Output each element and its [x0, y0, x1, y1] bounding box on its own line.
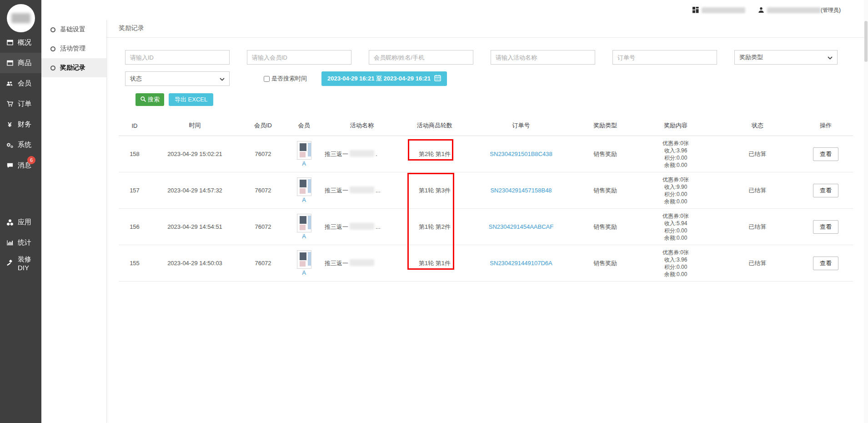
- search-time-checkbox-group: 是否搜索时间: [264, 75, 307, 83]
- member-name-input[interactable]: [369, 50, 473, 65]
- sidebar-item-orders[interactable]: 订单: [0, 94, 41, 114]
- cell-rounds: 第2轮 第1件: [403, 136, 467, 172]
- store-avatar[interactable]: [7, 4, 35, 32]
- cell-time: 2023-04-29 14:57:32: [151, 172, 239, 209]
- cell-member-id: 76072: [239, 209, 287, 245]
- id-input[interactable]: [125, 50, 230, 65]
- search-time-checkbox[interactable]: [264, 76, 270, 82]
- overview-icon: [6, 39, 14, 46]
- page-scrollbar[interactable]: [864, 0, 868, 423]
- cell-reward-content: 优惠券:0张 收入:3.96 积分:0.00 余额:0.00: [635, 136, 717, 172]
- export-excel-button[interactable]: 导出 EXCEL: [169, 93, 213, 106]
- yen-icon: ¥: [6, 121, 14, 128]
- sidebar-spacer: [0, 176, 41, 212]
- submenu-item-activity-management[interactable]: 活动管理: [41, 39, 106, 58]
- table-header-row: ID 时间 会员ID 会员 活动名称 活动商品轮数 订单号 奖励类型 奖励内容 …: [119, 115, 853, 136]
- member-id-input[interactable]: [247, 50, 351, 65]
- submenu-item-label: 活动管理: [60, 45, 85, 53]
- submenu-item-reward-records[interactable]: 奖励记录: [41, 58, 106, 77]
- main-content: 奖励记录 奖励类型 状态 是否搜索时间 2023-04-29 16:2: [107, 20, 868, 282]
- table-row: 157 2023-04-29 14:57:32 76072 A 推三返一... …: [119, 172, 853, 209]
- member-avatar[interactable]: [297, 141, 311, 160]
- activity-name-input[interactable]: [491, 50, 595, 65]
- sidebar-item-diy[interactable]: 装修DIY: [0, 253, 41, 273]
- search-button[interactable]: 搜索: [135, 93, 164, 106]
- masked-activity-text: [350, 186, 374, 193]
- sidebar-item-label: 财务: [18, 120, 31, 129]
- cell-status: 已结算: [717, 172, 798, 209]
- sidebar-item-apps[interactable]: 应用: [0, 212, 41, 232]
- gears-icon: [6, 141, 14, 149]
- masked-account-name: [767, 7, 821, 13]
- view-button[interactable]: 查看: [813, 147, 838, 161]
- member-avatar[interactable]: [297, 214, 311, 232]
- sidebar-item-messages[interactable]: 消息 6: [0, 155, 41, 176]
- order-link[interactable]: SN2304291454AABCAF: [489, 223, 553, 230]
- cell-time: 2023-04-29 14:50:03: [151, 245, 239, 282]
- view-button[interactable]: 查看: [813, 184, 838, 197]
- sidebar-item-stats[interactable]: 统计: [0, 232, 41, 253]
- table-row: 155 2023-04-29 14:50:03 76072 A 推三返一 第1轮…: [119, 245, 853, 282]
- col-header-activity: 活动名称: [321, 115, 403, 136]
- order-link[interactable]: SN2304291449107D6A: [490, 260, 552, 267]
- cell-reward-type: 销售奖励: [576, 209, 635, 245]
- table-row: 156 2023-04-29 14:54:51 76072 A 推三返一... …: [119, 209, 853, 245]
- col-header-actions: 操作: [798, 115, 853, 136]
- workspace-switcher[interactable]: [692, 7, 745, 13]
- account-menu[interactable]: (管理员): [758, 6, 841, 14]
- cell-time: 2023-04-29 14:54:51: [151, 209, 239, 245]
- masked-workspace-name: [702, 7, 745, 13]
- cell-rounds: 第1轮 第1件: [403, 245, 467, 282]
- sidebar-item-overview[interactable]: 概况: [0, 32, 41, 53]
- cell-order-no: SN2304291454AABCAF: [467, 209, 576, 245]
- calendar-icon: [434, 75, 441, 83]
- col-header-member: 会员: [287, 115, 321, 136]
- sidebar-item-finance[interactable]: ¥ 财务: [0, 114, 41, 135]
- search-icon: [140, 96, 146, 104]
- col-header-order-no: 订单号: [467, 115, 576, 136]
- cell-reward-content: 优惠券:0张 收入:5.94 积分:0.00 余额:0.00: [635, 209, 717, 245]
- col-header-reward-type: 奖励类型: [576, 115, 635, 136]
- member-avatar-label: A: [287, 160, 321, 167]
- col-header-time: 时间: [151, 115, 239, 136]
- circle-icon: [50, 65, 55, 70]
- chevron-down-icon: [220, 76, 225, 82]
- cell-member: A: [287, 209, 321, 245]
- cell-id: 158: [119, 136, 151, 172]
- filter-panel: 奖励类型 状态 是否搜索时间 2023-04-29 16:21 至 2023-0…: [125, 50, 853, 106]
- cell-activity: 推三返一...: [321, 209, 403, 245]
- circle-icon: [50, 46, 55, 51]
- reward-type-select[interactable]: 奖励类型: [734, 50, 838, 65]
- sidebar-item-label: 概况: [18, 38, 31, 47]
- primary-sidebar: 概况 商品 会员 订单 ¥ 财务 系统 消息 6 应用 统计 装修DIY: [0, 0, 41, 423]
- submenu-item-basic-settings[interactable]: 基础设置: [41, 20, 106, 39]
- order-link[interactable]: SN2304291457158B48: [490, 187, 552, 194]
- view-button[interactable]: 查看: [813, 220, 838, 234]
- filter-row-1: 奖励类型: [125, 50, 853, 65]
- date-range-button[interactable]: 2023-04-29 16:21 至 2023-04-29 16:21: [321, 71, 447, 86]
- sidebar-item-members[interactable]: 会员: [0, 73, 41, 94]
- chat-bubble-icon: [6, 162, 14, 169]
- cell-activity: 推三返一...: [321, 172, 403, 209]
- cell-status: 已结算: [717, 245, 798, 282]
- cell-member-id: 76072: [239, 172, 287, 209]
- filter-row-2: 状态 是否搜索时间 2023-04-29 16:21 至 2023-04-29 …: [125, 71, 853, 86]
- action-buttons: 搜索 导出 EXCEL: [135, 93, 853, 106]
- sidebar-item-label: 会员: [18, 79, 31, 88]
- masked-activity-text: [350, 259, 374, 266]
- cell-member: A: [287, 245, 321, 282]
- cell-id: 155: [119, 245, 151, 282]
- sidebar-item-system[interactable]: 系统: [0, 135, 41, 155]
- circle-icon: [50, 27, 55, 32]
- view-button[interactable]: 查看: [813, 257, 838, 270]
- member-avatar[interactable]: [297, 177, 311, 196]
- scrollbar-thumb[interactable]: [864, 21, 868, 62]
- message-count-badge: 6: [27, 156, 35, 164]
- order-no-input[interactable]: [612, 50, 717, 65]
- cell-id: 157: [119, 172, 151, 209]
- order-link[interactable]: SN2304291501B8C438: [490, 151, 552, 157]
- sidebar-item-goods[interactable]: 商品: [0, 53, 41, 73]
- status-select[interactable]: 状态: [125, 71, 230, 86]
- search-time-label: 是否搜索时间: [271, 75, 307, 83]
- member-avatar[interactable]: [297, 250, 311, 269]
